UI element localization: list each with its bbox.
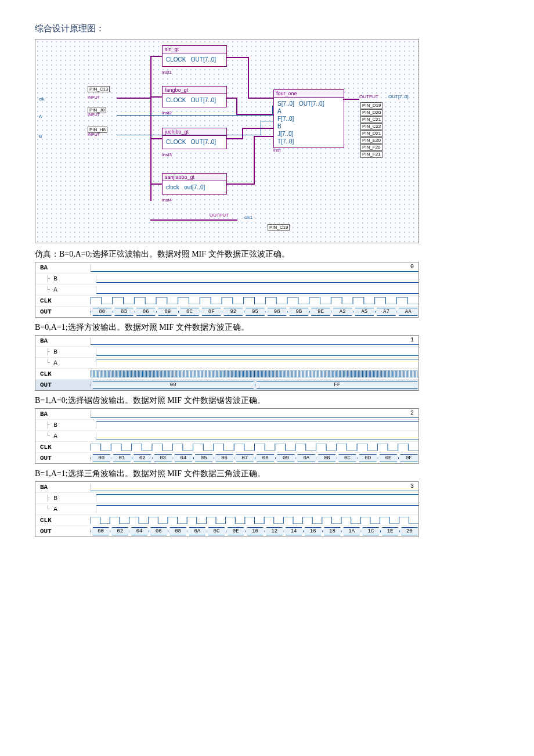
block-mux: four_one S[7..0] A F[7..0] B J[7..0] T[7… bbox=[273, 89, 344, 148]
sim3-caption: B=1,A=0;选择锯齿波输出。数据对照 MIF 文件数据锯齿波正确。 bbox=[35, 395, 499, 406]
sim3-out-wave: 000102030405060708090A0B0C0D0E0F bbox=[91, 453, 418, 463]
mux-out: OUT[7..0] bbox=[299, 100, 324, 108]
port-a: A bbox=[39, 114, 42, 119]
sim4-b-label: B bbox=[35, 495, 96, 502]
output-bus: OUT[7..0] bbox=[388, 94, 409, 99]
sim3-clk-wave bbox=[91, 444, 418, 451]
input-label-1: INPUT bbox=[88, 95, 100, 99]
block-mux-title: four_one bbox=[274, 90, 344, 98]
sim1-clk-label: CLK bbox=[35, 297, 91, 304]
schematic-diagram: PIN_C13 clk INPUT PIN_J8 A INPUT PIN_H8 … bbox=[35, 39, 419, 243]
mux-a: A bbox=[277, 107, 294, 115]
sin-out: OUT[7..0] bbox=[191, 56, 216, 63]
fang-out: OUT[7..0] bbox=[191, 97, 216, 103]
block-ju: juchibo_gt CLOCK OUT[7..0] bbox=[162, 128, 227, 149]
sim1-out-wave: 808386898C8F9295989B9EA2A5A7AA bbox=[91, 307, 418, 317]
input-label-2: INPUT bbox=[88, 113, 100, 117]
sim4-ba-label: BA bbox=[35, 484, 91, 491]
sim4-a-label: A bbox=[35, 506, 96, 513]
block-fang-title: fangbo_gt bbox=[163, 87, 226, 94]
inst3-label: inst3 bbox=[162, 152, 172, 157]
clkout-pin: PIN_C19 bbox=[268, 224, 290, 231]
sim4-ba-val: 3 bbox=[410, 483, 414, 489]
sim4-clk-wave bbox=[91, 517, 418, 524]
port-clk: clk bbox=[39, 96, 45, 102]
sim2-b-label: B bbox=[35, 348, 96, 355]
port-b: B bbox=[39, 134, 42, 139]
san-in: clock bbox=[166, 184, 179, 190]
section-heading: 综合设计原理图： bbox=[35, 23, 499, 34]
sim2-caption: B=0,A=1;选择方波输出。数据对照 MIF 文件数据方波正确。 bbox=[35, 322, 499, 333]
input-label-3: INPUT bbox=[88, 132, 100, 136]
sim4-caption: B=1,A=1;选择三角波输出。数据对照 MIF 文件数据三角波正确。 bbox=[35, 469, 499, 479]
fang-in: CLOCK bbox=[166, 97, 186, 103]
sim3: BA 2 B A CLK OUT 000102030405060708090A0… bbox=[35, 408, 419, 464]
out-pin-6: PIN_F20 bbox=[360, 144, 383, 151]
block-sin: sin_gt CLOCK OUT[7..0] bbox=[162, 45, 227, 67]
sim2-ba-val: 1 bbox=[410, 337, 414, 343]
out-pin-2: PIN_C21 bbox=[360, 116, 383, 123]
sim1-caption: 仿真：B=0,A=0;选择正弦波输出。数据对照 MIF 文件数据正弦波正确。 bbox=[35, 249, 499, 260]
block-san-title: sanjiaobo_gt bbox=[163, 174, 226, 181]
out-pin-7: PIN_F21 bbox=[360, 151, 383, 158]
sim1-ba-label: BA bbox=[35, 264, 91, 271]
sim2-out-wave: 00FF bbox=[91, 380, 418, 390]
out-pin-3: PIN_C22 bbox=[360, 123, 383, 130]
sim4-out-label: OUT bbox=[35, 528, 91, 535]
sim2-clk-wave bbox=[91, 370, 418, 377]
sim4-clk-label: CLK bbox=[35, 517, 91, 524]
mux-f: F[7..0] bbox=[277, 115, 294, 123]
block-san: sanjiaobo_gt clock out[7..0] bbox=[162, 173, 227, 195]
sim3-clk-label: CLK bbox=[35, 444, 91, 451]
sim1-ba-val: 0 bbox=[410, 264, 414, 270]
mux-t: T[7..0] bbox=[277, 138, 294, 145]
inst1-label: inst1 bbox=[162, 70, 172, 75]
sim3-ba-label: BA bbox=[35, 411, 91, 417]
sim4: BA 3 B A CLK OUT 00020406080A0C0E1012141… bbox=[35, 481, 419, 537]
block-fang: fangbo_gt CLOCK OUT[7..0] bbox=[162, 86, 227, 107]
out-pin-5: PIN_E20 bbox=[360, 137, 383, 144]
out-pin-0: PIN_D19 bbox=[360, 102, 383, 109]
output-label: OUTPUT bbox=[359, 94, 378, 99]
sim1: BA 0 B A CLK OUT 808386898C8F9295989B9EA… bbox=[35, 262, 419, 318]
san-out: out[7..0] bbox=[184, 184, 205, 190]
out-pin-1: PIN_D20 bbox=[360, 109, 383, 116]
sim1-a-label: A bbox=[35, 286, 96, 293]
sin-in: CLOCK bbox=[166, 56, 186, 63]
inst4-label: inst4 bbox=[162, 197, 172, 203]
sim3-a-label: A bbox=[35, 433, 96, 440]
ju-in: CLOCK bbox=[166, 139, 186, 145]
output-pins: PIN_D19 PIN_D20 PIN_C21 PIN_C22 PIN_D21 … bbox=[360, 102, 383, 158]
sim3-ba-val: 2 bbox=[410, 410, 414, 416]
sim2-ba-label: BA bbox=[35, 337, 91, 344]
clkout-name: clk1 bbox=[244, 215, 252, 220]
sim4-out-wave: 00020406080A0C0E10121416181A1C1E20 bbox=[91, 526, 418, 537]
inst-label: inst bbox=[273, 147, 280, 153]
sim2-out-label: OUT bbox=[35, 381, 91, 388]
mux-s: S[7..0] bbox=[277, 100, 294, 107]
sim1-b-label: B bbox=[35, 275, 96, 282]
pin-clk: PIN_C13 bbox=[88, 86, 110, 92]
sim2: BA 1 B A CLK OUT 00FF bbox=[35, 335, 419, 391]
mux-b: B bbox=[277, 123, 294, 130]
ju-out: OUT[7..0] bbox=[191, 139, 216, 145]
out-pin-4: PIN_D21 bbox=[360, 130, 383, 137]
sim1-out-label: OUT bbox=[35, 308, 91, 315]
sim3-b-label: B bbox=[35, 422, 96, 429]
sim3-out-label: OUT bbox=[35, 455, 91, 462]
sim1-clk-wave bbox=[91, 297, 418, 304]
mux-j: J[7..0] bbox=[277, 130, 294, 138]
sim2-a-label: A bbox=[35, 359, 96, 366]
block-sin-title: sin_gt bbox=[163, 46, 226, 53]
sim2-clk-label: CLK bbox=[35, 370, 91, 377]
clkout-label: OUTPUT bbox=[210, 213, 229, 218]
